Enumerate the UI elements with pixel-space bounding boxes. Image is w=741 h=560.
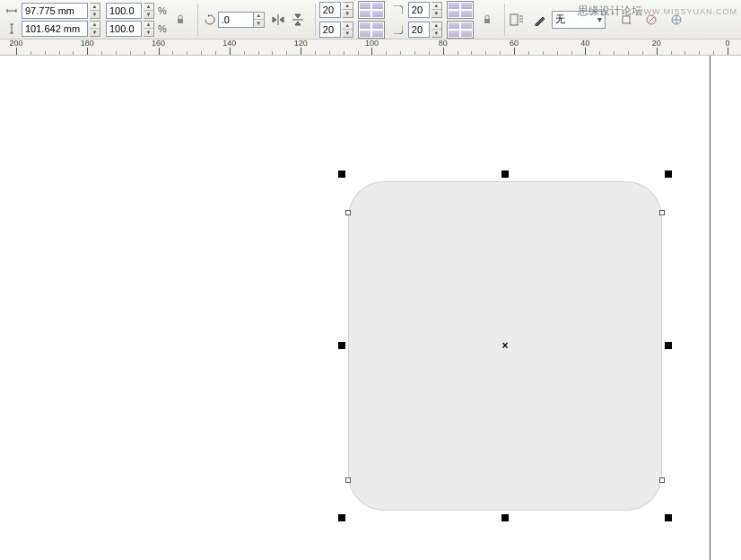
scale-x-input[interactable] xyxy=(106,3,142,19)
mirror-h-icon[interactable] xyxy=(270,12,286,28)
corner-tl-input[interactable] xyxy=(319,2,341,18)
scale-y-input[interactable] xyxy=(106,21,142,37)
corner-bl-preset[interactable] xyxy=(358,21,385,39)
ruler-label: 160 xyxy=(152,39,165,48)
selection-center-icon: × xyxy=(501,339,508,352)
ruler-label: 0 xyxy=(725,39,729,48)
ruler-label: 180 xyxy=(81,39,94,48)
svg-rect-1 xyxy=(484,19,490,23)
property-toolbar: ▲▼ ▲▼ ▲▼ % xyxy=(0,0,741,39)
corner-right-group: ▲▼ ▲▼ xyxy=(390,1,495,39)
crop-icon[interactable] xyxy=(618,12,634,28)
corner-tl-spinner[interactable]: ▲▼ xyxy=(343,2,353,18)
mirror-v-icon[interactable] xyxy=(290,12,306,28)
size-group: ▲▼ ▲▼ xyxy=(4,3,100,37)
ruler-label: 80 xyxy=(439,39,448,48)
width-spinner[interactable]: ▲▼ xyxy=(90,3,100,19)
lock-corners-icon[interactable] xyxy=(479,12,495,28)
text-wrap-icon[interactable] xyxy=(509,12,525,28)
handle-nw[interactable] xyxy=(338,171,345,178)
rotate-input[interactable] xyxy=(218,12,254,28)
svg-rect-2 xyxy=(510,14,518,25)
ruler-label: 40 xyxy=(580,39,589,48)
corner-br-icon xyxy=(390,22,406,38)
rotate-group: ▲▼ xyxy=(202,12,265,28)
width-icon xyxy=(4,3,20,19)
percent-label: % xyxy=(156,5,169,16)
scale-y-spinner[interactable]: ▲▼ xyxy=(144,21,154,37)
width-input[interactable] xyxy=(22,3,88,19)
corner-tr-preset[interactable] xyxy=(447,1,474,19)
handle-e[interactable] xyxy=(665,342,672,349)
ruler-label: 120 xyxy=(294,39,308,48)
node-br[interactable] xyxy=(659,477,665,483)
horizontal-ruler: 200180160140120100806040200 xyxy=(0,39,741,56)
corner-tr-spinner[interactable]: ▲▼ xyxy=(432,2,442,18)
divider xyxy=(197,4,198,36)
handle-se[interactable] xyxy=(665,514,672,521)
outline-pen-icon[interactable] xyxy=(532,12,548,28)
corner-bl-input[interactable] xyxy=(319,22,341,38)
corner-br-spinner[interactable]: ▲▼ xyxy=(432,22,442,38)
options-group: 无 xyxy=(509,11,606,29)
node-tl[interactable] xyxy=(345,210,351,215)
lock-ratio-icon[interactable] xyxy=(172,12,188,28)
divider-3 xyxy=(504,4,505,36)
ruler-label: 100 xyxy=(365,39,379,48)
height-spinner[interactable]: ▲▼ xyxy=(90,21,100,37)
node-tr[interactable] xyxy=(659,210,665,215)
scale-x-spinner[interactable]: ▲▼ xyxy=(144,3,154,19)
corner-tr-icon xyxy=(390,2,406,18)
handle-n[interactable] xyxy=(501,171,509,178)
handle-sw[interactable] xyxy=(338,514,345,521)
convert-arc-icon[interactable] xyxy=(643,12,659,28)
right-tools-group xyxy=(618,12,684,28)
corner-br-preset[interactable] xyxy=(447,21,474,39)
mirror-group xyxy=(270,12,306,28)
break-icon[interactable] xyxy=(668,12,684,28)
corner-left-group: ▲▼ ▲▼ xyxy=(319,1,385,39)
rotate-spinner[interactable]: ▲▼ xyxy=(254,12,265,28)
corner-bl-spinner[interactable]: ▲▼ xyxy=(343,22,353,38)
ruler-label: 200 xyxy=(9,39,22,48)
canvas-area[interactable]: × xyxy=(0,56,741,560)
handle-w[interactable] xyxy=(338,342,345,349)
outline-style-value: 无 xyxy=(555,13,565,26)
ruler-label: 20 xyxy=(652,39,661,48)
outline-style-dropdown[interactable]: 无 xyxy=(552,11,606,29)
page-boundary xyxy=(710,56,710,560)
node-bl[interactable] xyxy=(345,477,351,483)
ruler-label: 140 xyxy=(222,39,236,48)
handle-s[interactable] xyxy=(501,514,509,521)
height-input[interactable] xyxy=(22,21,88,37)
corner-tr-input[interactable] xyxy=(408,2,430,18)
ruler-label: 60 xyxy=(510,39,519,48)
percent-label-2: % xyxy=(156,23,169,34)
svg-rect-0 xyxy=(178,19,183,23)
svg-rect-3 xyxy=(623,16,630,23)
rotate-icon xyxy=(202,12,218,28)
corner-br-input[interactable] xyxy=(408,22,430,38)
divider-2 xyxy=(315,4,316,36)
scale-group: ▲▼ % ▲▼ % xyxy=(106,3,188,37)
height-icon xyxy=(4,21,20,37)
handle-ne[interactable] xyxy=(665,171,672,178)
corner-tl-preset[interactable] xyxy=(358,1,385,19)
